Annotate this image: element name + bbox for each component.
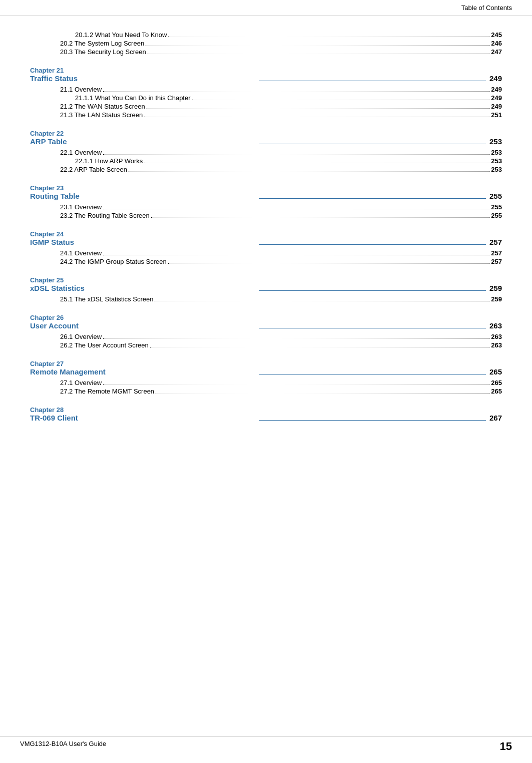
toc-dots (156, 393, 489, 394)
footer-guide: VMG1312-B10A User's Guide (20, 740, 106, 753)
toc-entry-text: 22.1 Overview (60, 149, 102, 156)
toc-dots (103, 154, 489, 155)
toc-row: 22.2 ARP Table Screen253 (30, 166, 502, 173)
toc-row: 27.2 The Remote MGMT Screen265 (30, 388, 502, 395)
chapter-block-ch25: Chapter 25xDSL Statistics25925.1 The xDS… (30, 276, 502, 303)
chapter-title-line: Remote Management265 (30, 367, 502, 376)
chapter-page-num: 267 (487, 414, 502, 422)
toc-row: 26.2 The User Account Screen263 (30, 341, 502, 349)
toc-entry-text: 20.1.2 What You Need To Know (75, 31, 167, 39)
toc-page-num: 253 (491, 149, 502, 156)
chapter-block-ch26: Chapter 26User Account26326.1 Overview26… (30, 314, 502, 349)
toc-dots (168, 263, 490, 264)
toc-row: 26.1 Overview263 (30, 333, 502, 340)
toc-entry-text: 27.2 The Remote MGMT Screen (60, 388, 154, 395)
toc-entry-text: 26.2 The User Account Screen (60, 341, 149, 349)
toc-page-num: 249 (491, 103, 502, 110)
toc-page-num: 263 (491, 341, 502, 349)
chapter-page-num: 253 (487, 137, 502, 146)
header-title: Table of Contents (461, 4, 512, 12)
chapter-page-num: 263 (487, 321, 502, 330)
toc-page-num: 255 (491, 203, 502, 211)
toc-row: 21.1.1 What You Can Do in this Chapter24… (30, 94, 502, 102)
toc-row: 20.3 The Security Log Screen247 (30, 48, 502, 56)
chapter-label: Chapter 23 (30, 184, 502, 192)
toc-dots (144, 117, 489, 117)
toc-dots (151, 217, 490, 218)
page-footer: VMG1312-B10A User's Guide 15 (0, 736, 532, 753)
page-header: Table of Contents (0, 0, 532, 16)
toc-dots (146, 45, 489, 46)
toc-row: 21.2 The WAN Status Screen249 (30, 103, 502, 110)
toc-entry-text: 25.1 The xDSL Statistics Screen (60, 295, 153, 303)
chapter-label: Chapter 26 (30, 314, 502, 321)
toc-dots (103, 385, 489, 385)
toc-entry-text: 21.2 The WAN Status Screen (60, 103, 145, 110)
section-entries: 23.1 Overview25523.2 The Routing Table S… (30, 203, 502, 219)
toc-dots (144, 163, 489, 163)
chapter-title: Routing Table (30, 192, 258, 200)
toc-entry-text: 20.2 The System Log Screen (60, 40, 144, 47)
toc-page-num: 249 (491, 86, 502, 93)
chapter-title-line: Routing Table255 (30, 192, 502, 200)
toc-container: 20.1.2 What You Need To Know24520.2 The … (30, 31, 502, 422)
toc-row: 21.1 Overview249 (30, 86, 502, 93)
toc-entry-text: 23.1 Overview (60, 203, 102, 211)
toc-entry-text: 26.1 Overview (60, 333, 102, 340)
toc-dots (168, 37, 489, 37)
toc-dots (103, 209, 489, 209)
chapter-label: Chapter 25 (30, 276, 502, 284)
chapter-title-line: TR-069 Client267 (30, 414, 502, 422)
chapter-dots (259, 144, 486, 144)
toc-page-num: 246 (491, 40, 502, 47)
chapter-dots (259, 198, 486, 199)
chapter-title-line: User Account263 (30, 321, 502, 330)
toc-entry-text: 21.1 Overview (60, 86, 102, 93)
toc-row: 22.1 Overview253 (30, 149, 502, 156)
chapter-block-ch22: Chapter 22ARP Table25322.1 Overview25322… (30, 130, 502, 173)
toc-dots (103, 91, 489, 92)
chapter-dots (259, 328, 486, 328)
chapter-page-num: 265 (487, 367, 502, 376)
toc-dots (155, 301, 489, 301)
chapter-title: IGMP Status (30, 238, 258, 246)
chapter-dots (259, 81, 486, 81)
toc-row: 23.1 Overview255 (30, 203, 502, 211)
chapter-label: Chapter 28 (30, 406, 502, 414)
chapter-title: Traffic Status (30, 74, 258, 83)
chapter-label: Chapter 24 (30, 230, 502, 238)
chapter-label: Chapter 21 (30, 67, 502, 74)
toc-dots (150, 347, 489, 347)
toc-dots (192, 100, 490, 100)
toc-row: 24.2 The IGMP Group Status Screen257 (30, 258, 502, 265)
toc-page-num: 245 (491, 31, 502, 39)
section-entries: 27.1 Overview26527.2 The Remote MGMT Scr… (30, 379, 502, 395)
toc-dots (148, 54, 490, 54)
chapter-title-line: ARP Table253 (30, 137, 502, 146)
toc-entry-text: 24.1 Overview (60, 249, 102, 257)
chapter-block-ch21: Chapter 21Traffic Status24921.1 Overview… (30, 67, 502, 119)
section-entries: 25.1 The xDSL Statistics Screen259 (30, 295, 502, 303)
toc-page-num: 253 (491, 157, 502, 165)
toc-dots (103, 338, 489, 339)
chapter-title: xDSL Statistics (30, 284, 258, 292)
toc-entry-text: 20.3 The Security Log Screen (60, 48, 146, 56)
chapter-page-num: 259 (487, 284, 502, 292)
section-entries: 26.1 Overview26326.2 The User Account Sc… (30, 333, 502, 349)
toc-page-num: 257 (491, 258, 502, 265)
toc-page-num: 251 (491, 111, 502, 119)
toc-entry-text: 21.3 The LAN Status Screen (60, 111, 143, 119)
chapter-dots (259, 244, 486, 245)
toc-entry-text: 27.1 Overview (60, 379, 102, 387)
chapter-block-ch27: Chapter 27Remote Management26527.1 Overv… (30, 360, 502, 395)
chapter-label: Chapter 27 (30, 360, 502, 367)
toc-dots (103, 255, 489, 255)
chapter-block-ch23: Chapter 23Routing Table25523.1 Overview2… (30, 184, 502, 219)
toc-page-num: 253 (491, 166, 502, 173)
chapter-page-num: 255 (487, 192, 502, 200)
toc-row: 23.2 The Routing Table Screen255 (30, 212, 502, 219)
toc-page-num: 263 (491, 333, 502, 340)
chapter-dots (259, 420, 486, 421)
toc-row: 20.2 The System Log Screen246 (30, 40, 502, 47)
toc-page-num: 259 (491, 295, 502, 303)
